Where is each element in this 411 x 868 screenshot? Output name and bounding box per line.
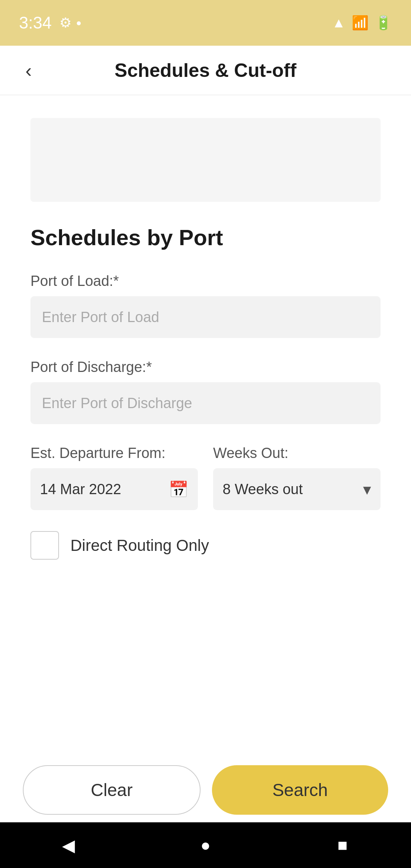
dot-icon: ● <box>76 18 82 28</box>
settings-icon: ⚙ <box>59 15 72 31</box>
status-bar: 3:34 ⚙ ● ▲ 📶 🔋 <box>0 0 411 46</box>
departure-weeks-row: Est. Departure From: 14 Mar 2022 📅 Weeks… <box>30 445 381 510</box>
wifi-icon: ▲ <box>332 15 346 31</box>
weeks-out-select[interactable]: 8 Weeks out ▾ <box>213 468 381 510</box>
departure-from-col: Est. Departure From: 14 Mar 2022 📅 <box>30 445 198 510</box>
bottom-nav: ◀ ● ■ <box>0 822 411 868</box>
nav-bar: ‹ Schedules & Cut-off <box>0 46 411 95</box>
bottom-buttons: Clear Search <box>0 758 411 822</box>
page-title: Schedules & Cut-off <box>115 59 296 81</box>
status-time: 3:34 <box>19 13 52 32</box>
weeks-out-label: Weeks Out: <box>213 445 381 461</box>
nav-recents-button[interactable]: ■ <box>323 826 362 864</box>
port-of-load-label: Port of Load:* <box>30 273 381 289</box>
port-of-discharge-input[interactable] <box>30 382 381 424</box>
chevron-down-icon: ▾ <box>363 480 371 499</box>
nav-back-button[interactable]: ◀ <box>49 826 88 864</box>
direct-routing-checkbox[interactable] <box>30 531 59 560</box>
main-content: Schedules by Port Port of Load:* Port of… <box>0 95 411 868</box>
nav-home-button[interactable]: ● <box>186 826 225 864</box>
calendar-icon: 📅 <box>169 480 188 499</box>
departure-date-value: 14 Mar 2022 <box>40 481 121 498</box>
ad-banner <box>30 118 381 202</box>
clear-button[interactable]: Clear <box>23 765 201 815</box>
port-of-discharge-label: Port of Discharge:* <box>30 359 381 375</box>
weeks-out-col: Weeks Out: 8 Weeks out ▾ <box>213 445 381 510</box>
weeks-out-value: 8 Weeks out <box>223 481 303 498</box>
battery-icon: 🔋 <box>375 15 392 31</box>
port-of-load-group: Port of Load:* <box>30 273 381 338</box>
direct-routing-label: Direct Routing Only <box>70 536 209 555</box>
port-of-load-input[interactable] <box>30 296 381 338</box>
departure-date-picker[interactable]: 14 Mar 2022 📅 <box>30 468 198 510</box>
port-of-discharge-group: Port of Discharge:* <box>30 359 381 424</box>
direct-routing-row: Direct Routing Only <box>30 531 381 560</box>
back-arrow-icon: ‹ <box>25 59 32 81</box>
section-title: Schedules by Port <box>30 225 381 250</box>
signal-icon: 📶 <box>352 15 369 31</box>
departure-from-label: Est. Departure From: <box>30 445 198 461</box>
search-button[interactable]: Search <box>212 765 388 815</box>
section-title-normal: Schedules by <box>30 225 179 250</box>
back-button[interactable]: ‹ <box>15 57 42 84</box>
section-title-bold: Port <box>179 225 223 250</box>
